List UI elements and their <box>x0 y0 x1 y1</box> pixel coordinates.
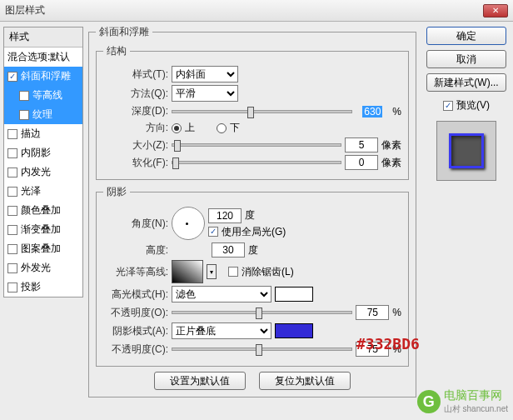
soften-label: 软化(F): <box>103 156 168 170</box>
shading-legend: 阴影 <box>103 185 130 199</box>
watermark: G 电脑百事网 山村 shancun.net <box>417 388 508 415</box>
angle-label: 角度(N): <box>103 217 168 231</box>
shadow-color-swatch[interactable] <box>275 323 313 338</box>
checkbox-icon[interactable] <box>7 206 17 216</box>
style-color-overlay[interactable]: 颜色叠加 <box>4 201 82 220</box>
styles-header: 样式 <box>4 28 82 48</box>
depth-slider[interactable] <box>172 110 352 113</box>
angle-dial[interactable] <box>172 207 205 240</box>
checkbox-icon[interactable] <box>7 244 17 254</box>
style-inner-glow[interactable]: 内发光 <box>4 162 82 182</box>
structure-fieldset: 结构 样式(T): 内斜面 方法(Q): 平滑 深度(D): 630 % 方向: <box>96 44 409 180</box>
close-button[interactable]: ✕ <box>483 4 508 18</box>
style-pattern-overlay[interactable]: 图案叠加 <box>4 239 82 258</box>
depth-label: 深度(D): <box>103 104 168 118</box>
soften-slider[interactable] <box>172 161 341 164</box>
global-light-checkbox[interactable] <box>208 227 218 237</box>
highlight-mode-label: 高光模式(H): <box>103 288 168 302</box>
hex-annotation: #332BD6 <box>356 335 420 352</box>
altitude-label: 高度: <box>103 243 168 258</box>
shadow-mode-select[interactable]: 正片叠底 <box>172 322 271 339</box>
styles-panel: 样式 混合选项:默认 斜面和浮雕 等高线 纹理 描边 内阴影 内发光 光泽 颜色… <box>0 22 87 420</box>
checkbox-icon[interactable] <box>7 148 17 158</box>
highlight-opacity-label: 不透明度(O): <box>103 306 168 320</box>
main: 样式 混合选项:默认 斜面和浮雕 等高线 纹理 描边 内阴影 内发光 光泽 颜色… <box>0 22 513 420</box>
blend-options-row[interactable]: 混合选项:默认 <box>4 48 82 67</box>
style-drop-shadow[interactable]: 投影 <box>4 278 82 297</box>
actions-panel: 确定 取消 新建样式(W)... 预览(V) <box>420 22 513 420</box>
style-label: 样式(T): <box>103 68 168 82</box>
checkbox-icon[interactable] <box>7 72 17 82</box>
technique-select[interactable]: 平滑 <box>172 85 238 102</box>
style-select[interactable]: 内斜面 <box>172 66 238 82</box>
shadow-mode-label: 阴影模式(A): <box>103 324 168 338</box>
gloss-contour[interactable] <box>172 260 203 283</box>
reset-default-button[interactable]: 复位为默认值 <box>259 372 351 390</box>
style-outer-glow[interactable]: 外发光 <box>4 258 82 278</box>
style-contour[interactable]: 等高线 <box>4 86 82 105</box>
checkbox-icon[interactable] <box>7 129 17 139</box>
style-satin[interactable]: 光泽 <box>4 182 82 201</box>
cancel-button[interactable]: 取消 <box>426 50 506 68</box>
checkbox-icon[interactable] <box>7 263 17 273</box>
checkbox-icon[interactable] <box>7 282 17 292</box>
style-texture[interactable]: 纹理 <box>4 105 82 124</box>
new-style-button[interactable]: 新建样式(W)... <box>426 73 506 92</box>
preview-box <box>436 121 496 181</box>
size-input[interactable] <box>345 138 378 152</box>
titlebar: 图层样式 ✕ <box>0 0 513 22</box>
checkbox-icon[interactable] <box>19 110 29 120</box>
shadow-opacity-slider[interactable] <box>172 348 352 351</box>
preview-checkbox[interactable] <box>443 101 453 111</box>
chevron-down-icon[interactable]: ▾ <box>207 264 217 279</box>
highlight-mode-select[interactable]: 滤色 <box>172 286 271 302</box>
watermark-icon: G <box>417 390 441 413</box>
technique-label: 方法(Q): <box>103 87 168 101</box>
angle-input[interactable] <box>208 208 242 223</box>
make-default-button[interactable]: 设置为默认值 <box>154 372 246 390</box>
window-title: 图层样式 <box>5 3 45 18</box>
checkbox-icon[interactable] <box>7 225 17 235</box>
size-slider[interactable] <box>172 143 341 147</box>
gloss-label: 光泽等高线: <box>103 265 168 279</box>
style-gradient-overlay[interactable]: 渐变叠加 <box>4 220 82 239</box>
style-bevel[interactable]: 斜面和浮雕 <box>4 67 82 86</box>
shadow-opacity-label: 不透明度(C): <box>103 342 168 357</box>
highlight-opacity-input[interactable] <box>356 305 389 320</box>
style-inner-shadow[interactable]: 内阴影 <box>4 143 82 162</box>
checkbox-icon[interactable] <box>7 187 17 197</box>
altitude-input[interactable] <box>212 242 245 258</box>
preview-label: 预览(V) <box>456 98 490 112</box>
ok-button[interactable]: 确定 <box>426 27 506 45</box>
radio-down[interactable] <box>217 123 227 133</box>
radio-up[interactable] <box>172 123 182 133</box>
bevel-legend: 斜面和浮雕 <box>96 25 152 39</box>
checkbox-icon[interactable] <box>7 168 17 178</box>
checkbox-icon[interactable] <box>19 91 29 101</box>
direction-label: 方向: <box>103 121 168 135</box>
soften-input[interactable] <box>345 155 378 170</box>
highlight-opacity-slider[interactable] <box>172 311 352 314</box>
depth-input[interactable]: 630 <box>356 106 389 118</box>
preview-chip <box>449 133 484 168</box>
structure-legend: 结构 <box>103 44 130 58</box>
antialias-checkbox[interactable] <box>228 267 238 277</box>
style-stroke[interactable]: 描边 <box>4 124 82 143</box>
highlight-color-swatch[interactable] <box>275 287 313 302</box>
size-label: 大小(Z): <box>103 138 168 152</box>
settings-panel: 斜面和浮雕 结构 样式(T): 内斜面 方法(Q): 平滑 深度(D): 630… <box>87 22 420 420</box>
